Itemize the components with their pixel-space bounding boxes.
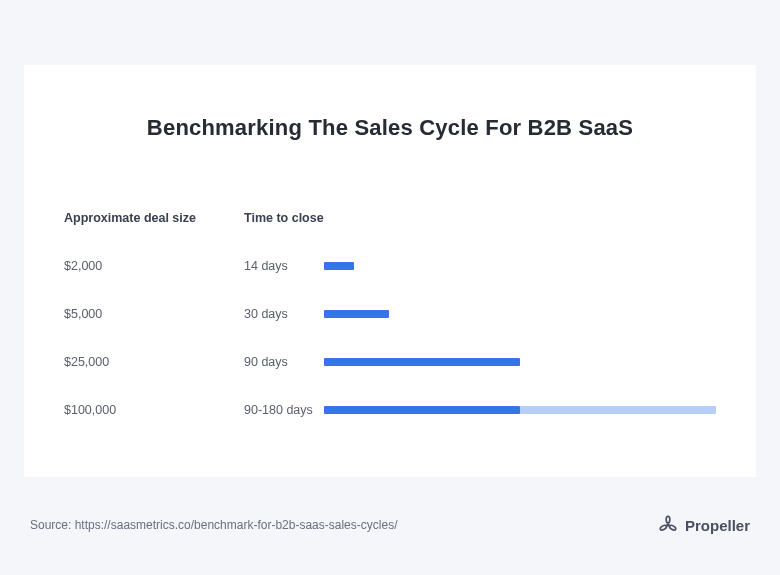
source-text: Source: https://saasmetrics.co/benchmark… <box>30 518 397 532</box>
deal-size-cell: $5,000 <box>64 307 244 321</box>
bar-segment <box>324 310 389 318</box>
chart-grid: Approximate deal size Time to close $2,0… <box>64 211 716 417</box>
time-to-close-cell: 14 days <box>244 259 324 273</box>
bar-segment <box>324 262 354 270</box>
brand-label: Propeller <box>685 517 750 534</box>
chart-card: Benchmarking The Sales Cycle For B2B Saa… <box>24 65 756 477</box>
bar-segment <box>520 406 716 414</box>
bar-track <box>324 310 716 318</box>
col-header-deal-size: Approximate deal size <box>64 211 244 225</box>
propeller-icon <box>658 515 678 535</box>
stage: Benchmarking The Sales Cycle For B2B Saa… <box>0 0 780 575</box>
time-to-close-cell: 90-180 days <box>244 403 324 417</box>
deal-size-cell: $25,000 <box>64 355 244 369</box>
time-to-close-cell: 30 days <box>244 307 324 321</box>
chart-title: Benchmarking The Sales Cycle For B2B Saa… <box>64 115 716 141</box>
bar-segment <box>324 358 520 366</box>
col-header-time-to-close: Time to close <box>244 211 716 225</box>
svg-point-2 <box>669 524 677 531</box>
time-to-close-cell: 90 days <box>244 355 324 369</box>
deal-size-cell: $2,000 <box>64 259 244 273</box>
deal-size-cell: $100,000 <box>64 403 244 417</box>
brand: Propeller <box>658 515 750 535</box>
svg-point-3 <box>659 524 667 531</box>
bar-track <box>324 406 716 414</box>
footer: Source: https://saasmetrics.co/benchmark… <box>30 515 750 535</box>
bar-segment <box>324 406 520 414</box>
bar-track <box>324 262 716 270</box>
svg-point-1 <box>666 516 670 523</box>
bar-track <box>324 358 716 366</box>
